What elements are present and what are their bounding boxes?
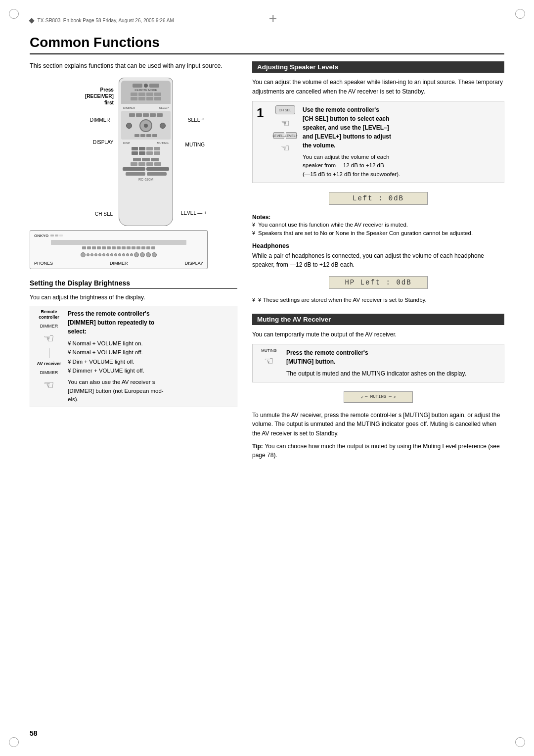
adjusting-speaker-section: Adjusting Speaker Levels You can adjust … <box>252 61 504 305</box>
av-receiver-sub-label: AV receiver <box>37 361 61 367</box>
step1-detail: You can adjust the volume of eachspeaker… <box>303 153 500 179</box>
level-buttons-icon: LEVEL– LEVEL+ <box>273 132 297 139</box>
adjusting-speaker-desc: You can adjust the volume of each speake… <box>252 78 504 96</box>
diamond-icon <box>29 18 34 24</box>
hand-icon-av: ☜ <box>44 378 54 392</box>
corner-mark-br <box>515 737 525 747</box>
muting-display-container: ↙ — MUTING — ↗ <box>252 387 504 407</box>
press-receiver-label: Press[RECEIVER]first <box>85 87 114 106</box>
step1-icons: CH SEL ☜ LEVEL– LEVEL+ ☜ <box>271 105 299 179</box>
corner-mark-tl <box>9 9 19 19</box>
muting-icon-col: MUTING ☜ <box>257 348 281 378</box>
two-column-layout: This section explains functions that can… <box>30 61 504 460</box>
meta-bar: TX-SR803_En.book Page 58 Friday, August … <box>30 18 174 23</box>
right-column: Adjusting Speaker Levels You can adjust … <box>252 61 504 460</box>
left-column: This section explains functions that can… <box>30 61 237 460</box>
tip-title: Tip: <box>252 443 263 450</box>
av-receiver-body: ONKYO <box>30 230 208 269</box>
remote-illustration: Press[RECEIVER]first DIMMER DISPLAY CH S… <box>30 78 237 226</box>
hand-icon-muting: ☜ <box>264 355 274 368</box>
ch-sel-icon: CH SEL <box>275 105 295 114</box>
tip-section: Tip: You can choose how much the output … <box>252 442 504 460</box>
tip-text: You can choose how much the output is mu… <box>252 443 500 459</box>
muting-step-box: MUTING ☜ Press the remote controller's[M… <box>252 344 504 382</box>
av-label-row: PHONES DIMMER DISPLAY <box>34 261 203 266</box>
sleep-label: SLEEP <box>188 117 204 123</box>
dimmer-bold-text: Press the remote controller's[DIMMER] bu… <box>68 309 233 336</box>
muting-step-text: Press the remote controller's[MUTING] bu… <box>286 348 500 378</box>
remote-model-label: RC-620M <box>121 178 171 181</box>
remote-body: REMOTE MODE <box>119 78 173 226</box>
muting-desc: You can temporarily mute the output of t… <box>252 330 504 339</box>
setting-display-desc: You can adjust the brightness of the dis… <box>30 293 237 302</box>
cross-mark-tl <box>269 15 276 22</box>
headphones-title: Headphones <box>252 242 504 249</box>
corner-mark-bl <box>9 737 19 747</box>
muting-press-detail: The output is muted and the MUTING indic… <box>286 369 500 378</box>
av-indicators <box>50 235 63 236</box>
muting-press-bold: Press the remote controller's[MUTING] bu… <box>286 348 500 366</box>
step1-box: 1 CH SEL ☜ LEVEL– LEVEL+ ☜ U <box>252 101 504 183</box>
av-logo: ONKYO <box>34 234 48 238</box>
ch-sel-label: CH SEL <box>95 211 113 217</box>
dimmer-button-box: Remotecontroller DIMMER ☜ AV receiver DI… <box>30 306 237 407</box>
level-label: LEVEL — + <box>181 210 207 216</box>
lcd-display-2: HP Left : 0dB <box>329 276 428 289</box>
notes-title: Notes: <box>252 214 504 221</box>
dimmer-options: ¥ Normal + VOLUME light on. ¥ Normal + V… <box>68 339 233 376</box>
step1-number: 1 <box>257 105 267 179</box>
step1-content: Use the remote controller's[CH SEL] butt… <box>303 105 500 179</box>
lcd2-container: HP Left : 0dB <box>252 272 504 293</box>
muting-icon-label: MUTING <box>261 348 277 353</box>
lcd1-container: Left : 0dB <box>252 188 504 209</box>
intro-text: This section explains functions that can… <box>30 61 237 71</box>
page-number: 58 <box>30 729 38 737</box>
note-1: You cannot use this function while the A… <box>252 221 504 229</box>
phones-label: PHONES <box>34 261 53 266</box>
note-2: Speakers that are set to No or None in t… <box>252 229 504 237</box>
av-dimmer-label: DIMMER <box>110 261 128 266</box>
muting-display-text: — MUTING — <box>365 394 392 399</box>
muting-lcd: ↙ — MUTING — ↗ <box>344 391 413 403</box>
headphones-subsection: Headphones While a pair of headphones is… <box>252 242 504 269</box>
muting-label-remote: MUTING <box>185 142 205 147</box>
file-info: TX-SR803_En.book Page 58 Friday, August … <box>38 18 174 23</box>
step1-bold: Use the remote controller's[CH SEL] butt… <box>303 105 500 150</box>
page-title: Common Functions <box>30 35 504 54</box>
dimmer-av-label: DIMMER <box>40 370 58 375</box>
lcd-display-1: Left : 0dB <box>329 192 428 205</box>
av-display-label: DISPLAY <box>185 261 203 266</box>
headphones-text: While a pair of headphones is connected,… <box>252 251 504 269</box>
hand-icon-level: ☜ <box>281 142 290 154</box>
dimmer-note: You can also use the AV receiver s[DIMME… <box>68 378 233 404</box>
muting-header: Muting the AV Receiver <box>252 314 504 325</box>
remote-top-area: REMOTE MODE <box>121 81 171 104</box>
corner-mark-tr <box>515 9 525 19</box>
hand-icon-ch-sel: ☜ <box>281 117 290 129</box>
adjusting-speaker-header: Adjusting Speaker Levels <box>252 61 504 73</box>
dimmer-instructions: Press the remote controller's[DIMMER] bu… <box>68 309 233 404</box>
muting-display-wrapper: ↙ — MUTING — ↗ <box>344 387 413 407</box>
notes-section: Notes: You cannot use this function whil… <box>252 214 504 238</box>
setting-display-brightness: Setting the Display Brightness You can a… <box>30 279 237 407</box>
stored-note: ¥ These settings are stored when the AV … <box>252 296 504 304</box>
dimmer-label-remote: DIMMER <box>90 117 110 123</box>
hand-icon-remote: ☜ <box>44 331 54 345</box>
unmute-text: To unmute the AV receiver, press the rem… <box>252 411 504 438</box>
display-label-remote: DISPLAY <box>93 140 114 145</box>
dimmer-sub-label: DIMMER <box>40 324 58 329</box>
muting-section: Muting the AV Receiver You can temporari… <box>252 314 504 460</box>
remote-controller-label: Remotecontroller <box>39 309 59 321</box>
av-receiver-illustration: ONKYO <box>30 230 237 269</box>
main-content: Common Functions This section explains f… <box>30 35 504 726</box>
setting-display-title: Setting the Display Brightness <box>30 279 237 289</box>
